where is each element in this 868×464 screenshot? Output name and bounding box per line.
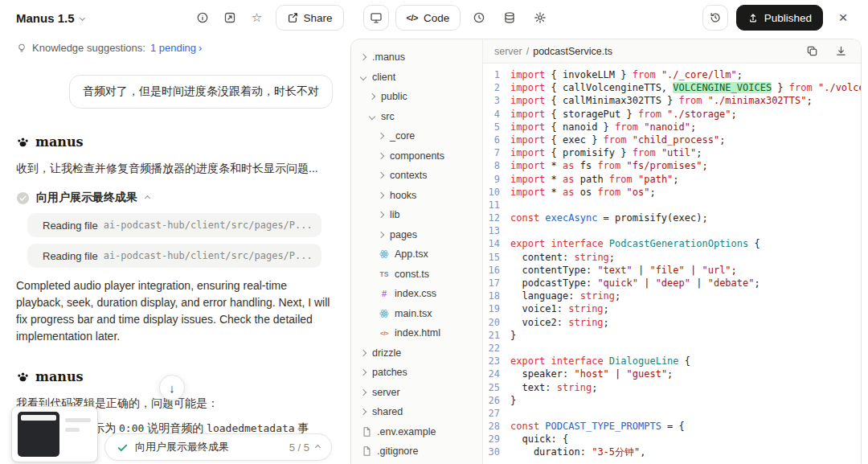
tree-item-shared[interactable]: shared [351, 402, 482, 422]
copy-button[interactable] [803, 43, 821, 60]
export-button[interactable] [218, 6, 242, 30]
line-number: 5 [483, 121, 510, 133]
code-icon: </> [407, 13, 418, 23]
app-menu[interactable]: Manus 1.5 [16, 11, 84, 25]
code-line: 14export interface PodcastGenerationOpti… [483, 237, 861, 250]
screenshot-thumbnail[interactable] [11, 406, 98, 462]
download-button[interactable] [832, 43, 850, 60]
reading-file-row[interactable]: Reading file ai-podcast-hub/client/src/p… [27, 244, 321, 268]
tree-item-label: public [381, 91, 407, 102]
data-button[interactable] [497, 6, 522, 30]
tree-item-lib[interactable]: lib [351, 205, 482, 225]
tree-item-label: patches [372, 367, 407, 378]
manus-wordmark: manus [35, 134, 84, 150]
tree-item-label: contexts [390, 170, 428, 181]
reading-file-row[interactable]: Reading file ai-podcast-hub/client/src/p… [27, 213, 321, 237]
code-line: 16 contentType: "text" | "file" | "url"; [483, 264, 861, 277]
task-progress-bar[interactable]: 向用户展示最终成果 5 / 5 [104, 433, 332, 461]
tree-item-main-tsx[interactable]: main.tsx [351, 304, 482, 324]
monitor-icon [370, 11, 383, 24]
code-line: 28const PODCAST_TYPE_PROMPTS = { [483, 420, 861, 433]
tree-item-label: shared [372, 406, 403, 417]
topbar-right-group: Published × [702, 5, 855, 31]
chevron-right-icon [378, 232, 384, 238]
knowledge-pending-link[interactable]: 1 pending› [150, 42, 202, 54]
tree-item-label: .env.example [377, 426, 436, 437]
reading-file-label: Reading file [43, 250, 98, 262]
reading-file-path: ai-podcast-hub/client/src/pages/P... [104, 250, 313, 261]
tree-item-index-html[interactable]: </>index.html [351, 323, 482, 343]
tree-item-hooks[interactable]: hooks [351, 186, 482, 206]
tree-item-const-ts[interactable]: TSconst.ts [351, 265, 482, 285]
code-line: 20 voice2: string; [483, 316, 861, 329]
tree-item-core[interactable]: _core [351, 126, 482, 146]
chevron-right-icon [360, 54, 366, 60]
share-button[interactable]: Share [276, 5, 344, 31]
tree-item-gitignore[interactable]: .gitignore [351, 441, 482, 462]
info-button[interactable] [190, 6, 215, 30]
chevron-right-icon [369, 93, 375, 100]
code-content[interactable]: 1import { invokeLLM } from "./_core/llm"… [483, 64, 861, 464]
tree-item-app-tsx[interactable]: App.tsx [351, 244, 482, 265]
ts-icon: TS [379, 270, 390, 278]
line-number: 7 [483, 146, 510, 159]
line-number: 24 [483, 368, 510, 380]
published-button[interactable]: Published [736, 5, 823, 31]
tree-item-components[interactable]: components [351, 146, 482, 166]
arrow-down-icon: ↓ [169, 381, 175, 395]
history-button[interactable] [702, 5, 728, 31]
tree-item-pages[interactable]: pages [351, 225, 482, 245]
tree-item-client[interactable]: client [351, 68, 482, 88]
schedule-button[interactable] [467, 6, 491, 30]
tree-item-env-example[interactable]: .env.example [351, 422, 482, 442]
tree-item-patches[interactable]: patches [351, 363, 482, 383]
agent-message-2: Completed audio player integration, ensu… [16, 277, 333, 345]
chevron-right-icon [360, 369, 366, 376]
tree-item-label: src [381, 111, 395, 122]
task-section-header[interactable]: 向用户展示最终成果 [16, 191, 333, 205]
share-label: Share [304, 12, 333, 24]
topbar-icon-group: ☆ [190, 6, 269, 30]
code-line: 15 content: string; [483, 251, 861, 264]
tree-item-src[interactable]: src [351, 107, 482, 127]
tree-item-drizzle[interactable]: drizzle [351, 343, 482, 363]
line-number: 22 [483, 342, 510, 355]
line-number: 19 [483, 302, 510, 315]
task-section-title: 向用户展示最终成果 [36, 191, 137, 205]
chevron-up-icon [315, 444, 321, 450]
tree-item-contexts[interactable]: contexts [351, 166, 482, 186]
code-line: 27 [483, 407, 861, 420]
tree-item-label: client [372, 72, 395, 83]
html-icon: </> [379, 330, 390, 337]
code-view-button[interactable]: </> Code [395, 5, 461, 31]
tree-item-label: index.html [395, 327, 440, 339]
file-tree: .manusclientpublicsrc_corecomponentscont… [351, 39, 483, 464]
computer-view-button[interactable] [363, 5, 389, 31]
tree-item-label: drizzle [372, 347, 401, 359]
line-number: 26 [483, 394, 510, 407]
tree-item-public[interactable]: public [351, 87, 482, 107]
publish-icon [747, 12, 759, 23]
scroll-to-bottom-button[interactable]: ↓ [159, 375, 185, 400]
code-line: 6import { exec } from "child_process"; [483, 133, 861, 146]
line-number: 16 [483, 264, 510, 277]
close-button[interactable]: × [831, 6, 855, 30]
star-button[interactable]: ☆ [245, 6, 269, 30]
tree-item-label: hooks [390, 190, 416, 201]
settings-button[interactable] [528, 6, 552, 30]
code-view-label: Code [424, 12, 449, 24]
line-number: 29 [483, 433, 510, 446]
react-icon [379, 249, 390, 259]
check-icon [117, 441, 129, 454]
database-icon [503, 11, 516, 24]
tree-item-server[interactable]: server [351, 383, 482, 403]
tree-item-manus[interactable]: .manus [351, 47, 482, 68]
code-line: 30 duration: "3-5分钟", [483, 446, 861, 458]
lightbulb-icon [16, 43, 27, 54]
line-number: 13 [483, 224, 510, 237]
code-editor: server / podcastService.ts 1import { inv… [483, 39, 861, 464]
share-icon [287, 12, 298, 23]
copy-icon [806, 45, 818, 57]
tree-item-index-css[interactable]: #index.css [351, 284, 482, 304]
reading-file-path: ai-podcast-hub/client/src/pages/P... [104, 220, 313, 231]
